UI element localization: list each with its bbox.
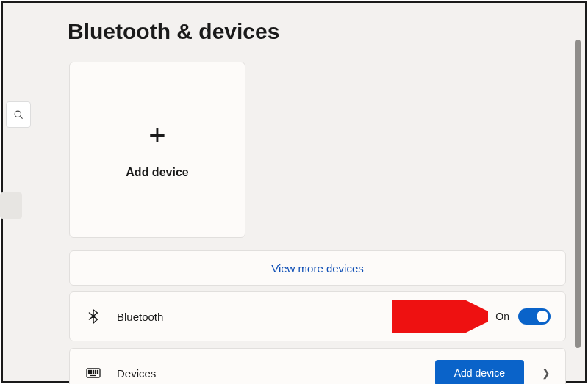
search-button[interactable]	[6, 101, 31, 128]
svg-point-10	[93, 372, 93, 373]
plus-icon: +	[148, 120, 165, 150]
svg-point-4	[90, 370, 91, 371]
svg-point-9	[90, 372, 91, 373]
bluetooth-row: Bluetooth On	[69, 291, 566, 341]
bluetooth-state-label: On	[495, 311, 509, 322]
bluetooth-title: Bluetooth	[117, 311, 495, 323]
devices-row[interactable]: Devices Add device ❯	[69, 348, 566, 384]
bluetooth-toggle[interactable]	[518, 308, 551, 325]
svg-point-7	[97, 370, 98, 371]
svg-point-8	[88, 372, 89, 373]
devices-title: Devices	[117, 367, 435, 380]
chevron-right-icon[interactable]: ❯	[542, 367, 551, 379]
keyboard-icon	[86, 368, 101, 378]
add-device-button[interactable]: Add device	[435, 360, 524, 384]
nav-stub	[0, 192, 22, 219]
scrollbar[interactable]	[575, 40, 581, 375]
svg-point-3	[88, 370, 89, 371]
svg-point-11	[95, 372, 96, 373]
svg-point-0	[15, 111, 21, 117]
view-more-label: View more devices	[271, 262, 364, 275]
svg-point-12	[97, 372, 98, 373]
page-title: Bluetooth & devices	[68, 19, 279, 44]
scrollbar-thumb[interactable]	[575, 40, 581, 348]
view-more-devices-button[interactable]: View more devices	[69, 250, 566, 286]
add-device-label: Add device	[126, 166, 188, 179]
svg-line-1	[21, 117, 23, 119]
svg-point-5	[93, 370, 93, 371]
bluetooth-icon	[86, 309, 101, 324]
toggle-knob	[537, 311, 548, 322]
svg-point-6	[95, 370, 96, 371]
search-icon	[13, 109, 24, 120]
add-device-tile[interactable]: + Add device	[69, 62, 245, 238]
